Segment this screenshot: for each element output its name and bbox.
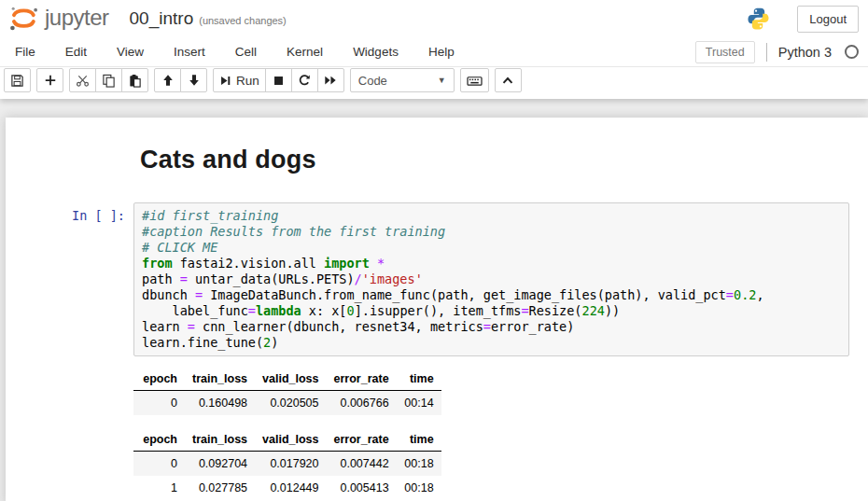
menu-item-kernel[interactable]: Kernel bbox=[272, 39, 338, 64]
keyboard-icon bbox=[467, 74, 483, 88]
table-cell: 0.020505 bbox=[255, 391, 326, 416]
interrupt-kernel-button[interactable] bbox=[265, 68, 292, 92]
table-cell: 0.005413 bbox=[327, 476, 397, 500]
code-line: label_func=lambda x: x[0].isupper(), ite… bbox=[142, 303, 841, 319]
table-cell: 0.012449 bbox=[255, 476, 326, 500]
refresh-icon bbox=[298, 74, 311, 87]
menu-item-widgets[interactable]: Widgets bbox=[338, 39, 413, 64]
plus-icon bbox=[44, 74, 57, 87]
fast-forward-icon bbox=[324, 74, 337, 87]
code-input-area[interactable]: #id first_training#caption Results from … bbox=[133, 202, 849, 356]
save-icon bbox=[10, 74, 24, 88]
table-cell: 0.027785 bbox=[185, 476, 255, 500]
table-cell: 0.160498 bbox=[185, 391, 255, 416]
column-header-time: time bbox=[397, 369, 441, 391]
cut-cell-button[interactable] bbox=[69, 68, 96, 92]
notebook-container: Cats and dogs In [ ]: #id first_training… bbox=[6, 118, 868, 501]
table-cell: 0 bbox=[133, 452, 185, 477]
move-cell-up-button[interactable] bbox=[154, 68, 181, 92]
title-bar: jupyter 00_intro (unsaved changes) Logou… bbox=[0, 0, 868, 37]
arrow-down-icon bbox=[188, 74, 201, 87]
cell-type-dropdown[interactable]: Code ▼ bbox=[350, 68, 455, 92]
markdown-cell[interactable]: Cats and dogs bbox=[6, 146, 868, 174]
jupyter-logo-text: jupyter bbox=[45, 5, 109, 31]
table-cell: 0.007442 bbox=[327, 452, 397, 477]
table-cell: 00:14 bbox=[397, 391, 441, 416]
scissors-icon bbox=[76, 74, 90, 88]
output-area-2: epochtrain_lossvalid_losserror_ratetime0… bbox=[133, 430, 868, 500]
code-line: # CLICK ME bbox=[142, 240, 841, 256]
chevron-down-icon: ▼ bbox=[438, 76, 446, 85]
table-cell: 0 bbox=[133, 391, 185, 416]
add-cell-button[interactable] bbox=[36, 68, 63, 92]
arrow-up-icon bbox=[161, 74, 175, 87]
code-line: from fastai2.vision.all import * bbox=[142, 256, 841, 271]
jupyter-logo-icon bbox=[7, 4, 39, 34]
open-command-palette-button[interactable] bbox=[460, 68, 489, 92]
code-line: dbunch = ImageDataBunch.from_name_func(p… bbox=[142, 287, 841, 303]
menu-bar-items: FileEditViewInsertCellKernelWidgetsHelp bbox=[0, 39, 469, 64]
paste-cell-button[interactable] bbox=[121, 68, 148, 92]
header: jupyter 00_intro (unsaved changes) Logou… bbox=[0, 0, 868, 99]
table-cell: 0.006766 bbox=[327, 391, 397, 416]
code-line: path = untar_data(URLs.PETS)/'images' bbox=[142, 271, 841, 287]
training-results-table: epochtrain_lossvalid_losserror_ratetime0… bbox=[133, 369, 441, 415]
code-cell[interactable]: In [ ]: #id first_training#caption Resul… bbox=[6, 202, 868, 356]
restart-kernel-button[interactable] bbox=[291, 68, 318, 92]
table-cell: 00:18 bbox=[397, 476, 441, 500]
training-results-table: epochtrain_lossvalid_losserror_ratetime0… bbox=[133, 430, 441, 500]
cell-type-value: Code bbox=[358, 74, 387, 88]
column-header-valid_loss: valid_loss bbox=[255, 369, 326, 391]
notebook-title[interactable]: 00_intro bbox=[130, 8, 194, 29]
table-header-row: epochtrain_lossvalid_losserror_ratetime bbox=[133, 369, 441, 391]
kernel-name: Python 3 bbox=[778, 45, 832, 60]
table-cell: 00:18 bbox=[397, 452, 441, 477]
menubar-divider bbox=[766, 43, 767, 62]
menu-bar: FileEditViewInsertCellKernelWidgetsHelp … bbox=[0, 37, 868, 67]
column-header-train_loss: train_loss bbox=[185, 430, 255, 452]
column-header-valid_loss: valid_loss bbox=[255, 430, 326, 452]
output-area-1: epochtrain_lossvalid_losserror_ratetime0… bbox=[133, 369, 868, 415]
copy-cell-button[interactable] bbox=[95, 68, 122, 92]
jupyter-logo[interactable]: jupyter bbox=[7, 4, 109, 34]
save-button[interactable] bbox=[4, 68, 31, 92]
code-line: learn.fine_tune(2) bbox=[142, 335, 841, 351]
menu-item-file[interactable]: File bbox=[0, 39, 50, 64]
column-header-epoch: epoch bbox=[133, 369, 185, 391]
chevron-up-icon bbox=[501, 75, 514, 87]
column-header-time: time bbox=[397, 430, 441, 452]
step-forward-icon bbox=[219, 75, 231, 87]
menu-item-edit[interactable]: Edit bbox=[50, 39, 102, 64]
stop-icon bbox=[273, 75, 285, 87]
menu-item-view[interactable]: View bbox=[102, 39, 159, 64]
python-logo-icon bbox=[746, 7, 771, 31]
menu-item-help[interactable]: Help bbox=[413, 39, 469, 64]
table-row: 10.0277850.0124490.00541300:18 bbox=[133, 476, 441, 500]
logout-button[interactable]: Logout bbox=[797, 6, 859, 33]
scroll-outputs-button[interactable] bbox=[495, 68, 522, 92]
copy-icon bbox=[102, 74, 116, 88]
notebook-site: Cats and dogs In [ ]: #id first_training… bbox=[0, 99, 868, 501]
table-row: 00.0927040.0179200.00744200:18 bbox=[133, 452, 441, 477]
code-line: #id first_training bbox=[142, 208, 841, 224]
menu-item-cell[interactable]: Cell bbox=[220, 39, 272, 64]
table-cell: 0.092704 bbox=[185, 452, 255, 477]
column-header-epoch: epoch bbox=[133, 430, 185, 452]
restart-run-all-button[interactable] bbox=[317, 68, 344, 92]
code-line: #caption Results from the first training bbox=[142, 224, 841, 240]
menu-item-insert[interactable]: Insert bbox=[159, 39, 220, 64]
table-cell: 0.017920 bbox=[255, 452, 326, 477]
table-row: 00.1604980.0205050.00676600:14 bbox=[133, 391, 441, 416]
cell-prompt: In [ ]: bbox=[6, 202, 133, 223]
run-cell-button[interactable]: Run bbox=[213, 68, 266, 92]
column-header-train_loss: train_loss bbox=[185, 369, 255, 391]
table-header-row: epochtrain_lossvalid_losserror_ratetime bbox=[133, 430, 441, 452]
code-line: learn = cnn_learner(dbunch, resnet34, me… bbox=[142, 319, 841, 335]
move-cell-down-button[interactable] bbox=[180, 68, 207, 92]
checkpoint-status: (unsaved changes) bbox=[199, 15, 287, 26]
kernel-idle-indicator-icon bbox=[845, 45, 859, 59]
toolbar: Run Code ▼ bbox=[0, 67, 868, 99]
run-button-label: Run bbox=[236, 74, 259, 88]
trusted-badge[interactable]: Trusted bbox=[695, 41, 755, 63]
paste-icon bbox=[128, 74, 142, 88]
